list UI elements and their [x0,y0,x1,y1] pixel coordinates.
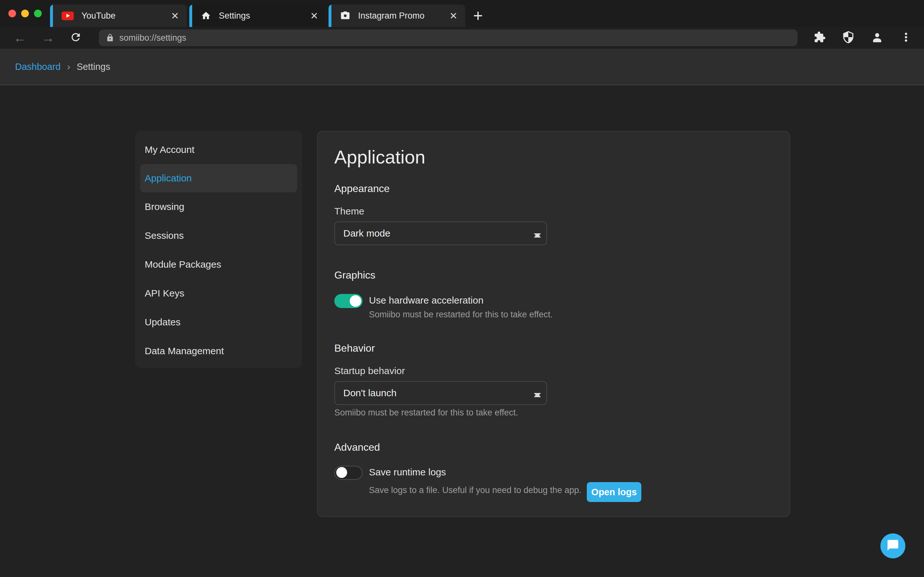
startup-behavior-label: Startup behavior [334,366,405,376]
app-window: YouTube ✕ Settings ✕ Instagram Promo ✕ + [0,0,924,577]
forward-button[interactable]: → [40,27,56,49]
titlebar: YouTube ✕ Settings ✕ Instagram Promo ✕ + [0,0,924,27]
profile-button[interactable] [870,27,885,49]
sidebar-item-browsing[interactable]: Browsing [135,192,302,221]
application-settings-panel: Application Appearance Theme Dark mode G… [317,131,790,517]
tab-settings[interactable]: Settings ✕ [189,5,326,27]
hardware-acceleration-label: Use hardware acceleration [369,295,483,306]
person-icon [871,31,883,45]
back-arrow-icon: ← [13,31,26,45]
graphics-section-header: Graphics [334,269,375,281]
save-runtime-logs-label: Save runtime logs [369,467,446,478]
graphics-helper-text: Somiibo must be restarted for this to ta… [369,309,553,319]
new-tab-button[interactable]: + [468,5,488,27]
behavior-section-header: Behavior [334,342,375,354]
sidebar-item-module-packages[interactable]: Module Packages [135,250,302,279]
toggle-knob [350,295,361,307]
breadcrumb-dashboard-link[interactable]: Dashboard [15,61,61,72]
page-title: Application [334,146,425,168]
sidebar-item-api-keys[interactable]: API Keys [135,279,302,308]
close-tab-icon[interactable]: ✕ [449,5,457,27]
settings-sidebar: My Account Application Browsing Sessions… [135,131,302,368]
tab-strip: YouTube ✕ Settings ✕ Instagram Promo ✕ + [50,5,488,27]
maximize-window-button[interactable] [34,10,42,17]
browser-toolbar: ← → [0,27,924,49]
chat-bubble-icon [887,539,899,553]
url-input[interactable] [119,33,798,43]
menu-button[interactable] [899,27,913,49]
reload-icon [69,31,82,45]
theme-select[interactable]: Dark mode [334,221,547,245]
youtube-logo-icon [61,11,74,20]
home-icon [201,11,211,21]
tab-accent-stripe [328,5,331,27]
minimize-window-button[interactable] [21,10,29,17]
reload-button[interactable] [68,27,83,49]
camera-icon [340,11,351,21]
shield-button[interactable] [841,27,856,49]
chat-fab-button[interactable] [880,533,905,558]
back-button[interactable]: ← [12,27,27,49]
breadcrumb-current: Settings [77,61,110,72]
lock-icon [106,34,114,42]
kebab-menu-icon [900,31,912,44]
extensions-button[interactable] [813,27,827,49]
behavior-helper-text: Somiibo must be restarted for this to ta… [334,408,518,418]
tab-youtube[interactable]: YouTube ✕ [50,5,187,27]
sidebar-item-my-account[interactable]: My Account [135,135,302,164]
save-runtime-logs-toggle[interactable] [334,466,363,480]
forward-arrow-icon: → [42,31,55,45]
tab-instagram-promo[interactable]: Instagram Promo ✕ [328,5,465,27]
chevron-right-icon: › [67,61,70,72]
puzzle-icon [814,31,826,45]
sidebar-item-application[interactable]: Application [140,164,297,192]
tab-accent-stripe [189,5,192,27]
hardware-acceleration-toggle[interactable] [334,294,363,308]
address-bar[interactable] [99,29,798,46]
window-controls [8,10,42,17]
advanced-helper-text: Save logs to a file. Useful if you need … [369,485,582,495]
toggle-knob [336,467,347,478]
startup-behavior-select[interactable]: Don't launch [334,381,547,405]
close-window-button[interactable] [8,10,16,17]
sidebar-item-sessions[interactable]: Sessions [135,221,302,250]
tab-title: Instagram Promo [358,11,425,21]
theme-select-value: Dark mode [343,228,391,239]
breadcrumb: Dashboard › Settings [0,49,924,85]
shield-icon [842,31,855,45]
close-tab-icon[interactable]: ✕ [310,5,318,27]
sidebar-item-updates[interactable]: Updates [135,308,302,337]
advanced-section-header: Advanced [334,442,380,453]
close-tab-icon[interactable]: ✕ [171,5,179,27]
open-logs-button[interactable]: Open logs [587,482,641,502]
theme-label: Theme [334,206,364,217]
tab-accent-stripe [50,5,53,27]
tab-title: YouTube [81,11,115,21]
appearance-section-header: Appearance [334,183,390,195]
sidebar-item-data-management[interactable]: Data Management [135,337,302,366]
tab-title: Settings [219,11,250,21]
startup-behavior-select-value: Don't launch [343,388,397,398]
